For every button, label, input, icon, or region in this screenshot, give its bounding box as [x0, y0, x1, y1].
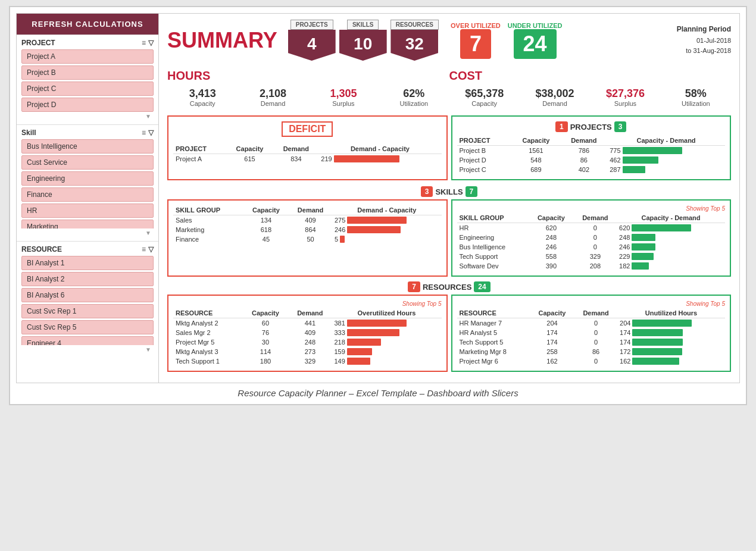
- resources-deficit-table: RESOURCE Capacity Demand Overutilized Ho…: [173, 308, 442, 366]
- resource-diff: 204: [617, 318, 725, 328]
- skill-name: Tech Support: [457, 252, 529, 261]
- col-overutilized: Overutilized Hours: [332, 308, 441, 318]
- resource-capacity: 258: [530, 347, 574, 356]
- resource-name: Project Mgr 5: [173, 337, 243, 347]
- bar-red-icon: [347, 329, 399, 336]
- sidebar-item-cust-service[interactable]: Cust Service: [21, 155, 154, 170]
- project-scroll: ▼: [21, 112, 154, 121]
- table-row: Project C 689 402 287: [457, 165, 726, 174]
- project-name: Project B: [457, 146, 512, 156]
- projects-surplus-badge: 3: [614, 121, 627, 132]
- resources-label: RESOURCES: [391, 20, 439, 30]
- sidebar-item-project-d[interactable]: Project D: [21, 98, 154, 112]
- resource-scroll: ▼: [21, 345, 154, 354]
- resource-demand: 86: [574, 347, 617, 356]
- skills-deficit-table: SKILL GROUP Capacity Demand Demand - Cap…: [173, 205, 442, 244]
- table-row: Project A 615 834 219: [173, 154, 442, 164]
- project-name: Project A: [173, 154, 226, 164]
- table-row: Engineering 248 0 248: [457, 233, 726, 242]
- resource-demand: 0: [574, 318, 617, 328]
- resource-diff: 333: [332, 328, 441, 337]
- bar-green-icon: [632, 224, 691, 231]
- sidebar-item-finance[interactable]: Finance: [21, 187, 154, 202]
- over-utilized-box: OVER UTILIZED 7: [451, 22, 501, 59]
- resource-filter-icon[interactable]: ≡: [142, 245, 146, 253]
- resource-capacity: 60: [243, 318, 289, 328]
- projects-pentagon: PROJECTS 4: [288, 20, 336, 61]
- resource-diff: 174: [617, 328, 725, 337]
- skill-demand: 208: [574, 261, 617, 271]
- resource-demand: 329: [288, 356, 332, 366]
- skill-name: HR: [457, 223, 529, 233]
- bar-green-icon: [632, 339, 683, 346]
- sidebar-item-hr[interactable]: HR: [21, 204, 154, 218]
- cost-metrics: $65,378 Capacity $38,002 Demand $27,376 …: [449, 87, 732, 107]
- under-utilized-label: UNDER UTILIZED: [508, 22, 563, 29]
- pentagon-group: PROJECTS 4 SKILLS 10 RESOURCES 32: [288, 20, 439, 61]
- skills-row: SKILL GROUP Capacity Demand Demand - Cap…: [167, 199, 731, 277]
- skill-sort-icon[interactable]: ▽: [148, 129, 154, 137]
- bar-green-icon: [623, 147, 682, 154]
- sidebar-item-engineering[interactable]: Engineering: [21, 171, 154, 186]
- sidebar-item-bus-intelligence[interactable]: Bus Intelligence: [21, 139, 154, 154]
- col-demand-r: Demand: [288, 308, 332, 318]
- over-utilized-label: OVER UTILIZED: [451, 22, 501, 29]
- col-capacity-sks: Capacity: [529, 213, 574, 223]
- sidebar-item-bi-analyst-1[interactable]: BI Analyst 1: [21, 256, 154, 270]
- planning-period-to: to 31-Aug-2018: [677, 46, 731, 57]
- resource-name: Mktg Analyst 2: [173, 318, 243, 328]
- resource-diff: 162: [617, 356, 725, 366]
- cost-section: COST $65,378 Capacity $38,002 Demand $27…: [449, 69, 732, 107]
- under-utilized-box: UNDER UTILIZED 24: [508, 22, 563, 59]
- project-diff: 219: [318, 154, 441, 164]
- table-row: HR Manager 7 204 0 204: [457, 318, 726, 328]
- hours-capacity-label: Capacity: [167, 100, 238, 107]
- resource-diff: 381: [332, 318, 441, 328]
- project-filter-icon[interactable]: ≡: [142, 39, 146, 47]
- project-sort-icon[interactable]: ▽: [148, 39, 154, 47]
- col-demand: Demand: [273, 144, 318, 154]
- sidebar-item-cust-svc-rep-5[interactable]: Cust Svc Rep 5: [21, 320, 154, 334]
- col-diff-sk: Demand - Capacity: [332, 205, 442, 215]
- bar-red-icon: [334, 155, 399, 162]
- resource-sort-icon[interactable]: ▽: [148, 245, 154, 253]
- sidebar-item-cust-svc-rep-1[interactable]: Cust Svc Rep 1: [21, 304, 154, 318]
- refresh-button[interactable]: REFRESH CALCULATIONS: [17, 14, 158, 35]
- sidebar-item-bi-analyst-6[interactable]: BI Analyst 6: [21, 288, 154, 302]
- bar-green-icon: [632, 243, 655, 251]
- table-row: Marketing Mgr 8 258 86 172: [457, 347, 726, 356]
- skill-capacity: 620: [529, 223, 574, 233]
- resources-value: 32: [391, 30, 438, 61]
- resources-pentagon: RESOURCES 32: [391, 20, 439, 61]
- sidebar-item-project-c[interactable]: Project C: [21, 82, 154, 96]
- hours-utilization-value: 62%: [379, 87, 449, 100]
- resources-surplus-table: RESOURCE Capacity Demand Unutilized Hour…: [457, 308, 726, 366]
- sidebar-item-project-b[interactable]: Project B: [21, 65, 154, 80]
- skill-list: Bus Intelligence Cust Service Engineerin…: [21, 139, 154, 228]
- resources-deficit-section: Showing Top 5 RESOURCE Capacity Demand O…: [167, 295, 448, 372]
- sidebar-item-project-a[interactable]: Project A: [21, 49, 154, 64]
- sidebar-item-engineer-4[interactable]: Engineer 4: [21, 336, 154, 345]
- project-diff: 775: [607, 146, 725, 156]
- cost-utilization: 58% Utilization: [661, 87, 731, 107]
- skill-demand: 409: [289, 215, 332, 226]
- col-project-s: PROJECT: [457, 136, 512, 146]
- col-skillgroup-s: SKILL GROUP: [457, 213, 529, 223]
- skill-name: Engineering: [457, 233, 529, 242]
- skill-name: Bus Intelligence: [457, 242, 529, 252]
- table-row: Tech Support 558 329 229: [457, 252, 726, 261]
- table-row: HR Analyst 5 174 0 174: [457, 328, 726, 337]
- skill-filter-icon[interactable]: ≡: [142, 129, 146, 137]
- bar-red-icon: [347, 348, 372, 355]
- sidebar-item-bi-analyst-2[interactable]: BI Analyst 2: [21, 272, 154, 286]
- resource-demand: 273: [288, 347, 332, 356]
- bar-green-icon: [632, 358, 679, 365]
- bar-red-icon: [347, 339, 381, 346]
- project-name: Project D: [457, 155, 512, 165]
- sidebar-item-marketing[interactable]: Marketing: [21, 220, 154, 228]
- resource-diff: 172: [617, 347, 725, 356]
- under-utilized-value: 24: [514, 29, 557, 59]
- planning-period-from: 01-Jul-2018: [677, 36, 731, 46]
- skills-showing-top5: Showing Top 5: [457, 205, 726, 212]
- resources-showing-top5-left: Showing Top 5: [173, 300, 442, 307]
